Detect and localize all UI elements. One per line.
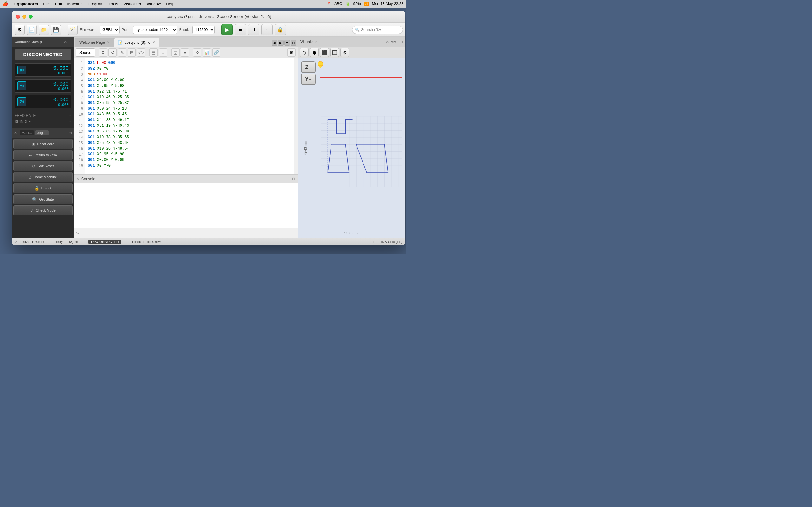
source-btn-2[interactable]: ↺ [108,49,117,57]
controller-panel-title: Controller State (D... [14,40,62,44]
file-menu[interactable]: File [43,2,50,6]
source-btn-3[interactable]: ✎ [118,49,126,57]
home-machine-button[interactable]: ⌂ Home Machine [13,172,72,182]
x-axis-display: X0 0.000 0.000 [14,63,71,77]
source-tab[interactable]: Source [76,49,95,57]
y-minus-button[interactable]: Y− [301,73,316,85]
pause-button[interactable]: ⏸ [248,24,259,36]
source-link-btn[interactable]: 🔗 [212,49,220,57]
source-arrow-btn[interactable]: ↓ [159,49,167,57]
file-tab-icon: 📝 [118,40,123,45]
z-axis-main-value: 0.000 [53,97,68,103]
visualizer-expand-icon[interactable]: ⊟ [400,40,403,44]
close-button[interactable] [16,14,20,19]
wand-btn[interactable]: 🪄 [67,25,78,35]
firmware-select[interactable]: GRBL [100,26,119,34]
visualizer-menu[interactable]: Visualizer [123,2,141,6]
tools-menu[interactable]: Tools [108,2,118,6]
gcode-tab-close-icon[interactable]: ✕ [152,40,155,44]
macros-tab[interactable]: Macr... [20,130,34,135]
x-dimension-label: 44.83 mm [344,231,359,235]
reset-zero-button[interactable]: ⊞ Reset Zero [13,139,72,149]
feed-rate-icon[interactable]: ↕ [69,113,71,118]
apple-logo-icon[interactable]: 🍎 [3,1,8,6]
soft-reset-button[interactable]: ↺ Soft Reset [13,161,72,171]
console-expand-icon[interactable]: ⊟ [292,177,295,181]
save-btn[interactable]: 💾 [51,25,61,35]
baud-select[interactable]: 115200 [192,26,215,34]
search-box[interactable]: 🔍 Search (⌘+I) [352,26,403,34]
source-btn-4[interactable]: ⊞ [128,49,136,57]
folder-btn[interactable]: 📁 [39,25,49,35]
home-machine-icon: ⌂ [29,175,32,180]
machine-menu[interactable]: Machine [67,2,83,6]
macros-close-icon[interactable]: ✕ [14,130,17,135]
source-btn-5[interactable]: ◁▷ [137,49,145,57]
tab-menu-button[interactable]: ▼ [284,40,290,46]
visualizer-close-icon[interactable]: ✕ [386,40,389,44]
status-sep-3 [126,239,127,244]
code-content[interactable]: G21 F500 G90G92 X0 Y0M03 S1000G01 X0.00 … [85,58,294,174]
check-mode-button[interactable]: ✓ Check Mode [13,205,72,216]
window-menu[interactable]: Window [146,2,161,6]
vis-cube-btn-4[interactable]: 🔲 [330,48,339,57]
macros-expand-icon[interactable]: ⊟ [69,130,72,135]
return-to-zero-button[interactable]: ↩ Return to Zero [13,150,72,160]
program-menu[interactable]: Program [88,2,104,6]
source-list-btn[interactable]: ≡ [181,49,189,57]
spindle-icon[interactable]: ↕ [69,119,71,124]
y-axis-label: Y0 [17,81,26,90]
source-select-btn[interactable]: ▤ [149,49,158,57]
traffic-lights [16,14,33,19]
welcome-tab-close-icon[interactable]: ✕ [107,40,110,44]
code-line: G01 X25.48 Y-48.64 [88,140,291,146]
controller-expand-icon[interactable]: ⊟ [68,40,71,44]
edit-menu[interactable]: Edit [55,2,62,6]
code-line: G01 X0.00 Y-0.00 [88,157,291,163]
visualizer-unit: MM [391,40,397,44]
tab-next-button[interactable]: ▶ [278,40,284,46]
console-close-icon[interactable]: ✕ [77,177,79,181]
vis-settings-btn[interactable]: ⚙ [340,48,349,57]
stop-button[interactable]: ■ [235,24,246,36]
source-graph-btn[interactable]: 📊 [203,49,211,57]
console-prompt: > [77,231,79,235]
open-file-btn[interactable]: 📄 [27,25,37,35]
tab-expand-button[interactable]: ⊟ [291,40,296,46]
source-btn-1[interactable]: ⚙ [99,49,107,57]
title-bar: costycnc (8).nc - Universal Gcode Sender… [12,11,405,23]
vis-cube-btn-3[interactable]: ⬛ [320,48,329,57]
controller-close-icon[interactable]: ✕ [64,40,67,44]
console-input[interactable] [80,231,295,235]
maximize-button[interactable] [29,14,33,19]
code-line: G01 X9.95 Y-5.98 [88,152,291,157]
app-name[interactable]: ugsplatform [14,2,38,6]
source-snap-btn[interactable]: ⊹ [193,49,201,57]
search-placeholder: Search (⌘+I) [361,27,384,32]
tab-prev-button[interactable]: ◀ [271,40,277,46]
source-grid-btn[interactable]: ⊞ [287,49,296,57]
macros-jog-header: ✕ Macr... Jog ... ⊟ [12,128,74,137]
unlock-button[interactable]: 🔓 Unlock [13,183,72,193]
help-menu[interactable]: Help [166,2,174,6]
get-state-button[interactable]: 🔍 Get State [13,194,72,205]
home-button[interactable]: ⌂ [261,24,273,36]
spindle-label: SPINDLE [14,119,31,124]
vis-cube-btn-1[interactable]: ⬡ [300,48,309,57]
port-select[interactable]: tty.usbmodem1420 [133,26,177,34]
feed-rate-area: FEED RATE ↕ SPINDLE ↕ [14,112,71,125]
vis-cube-btn-2[interactable]: ⬢ [310,48,319,57]
minimize-button[interactable] [22,14,26,19]
jog-tab[interactable]: Jog ... [35,130,49,135]
gcode-file-tab[interactable]: 📝 costycnc (8).nc ✕ [114,38,159,47]
step-size-status: Step size: 10.0mm [15,240,44,244]
source-vis-btn[interactable]: ◱ [171,49,180,57]
lock-button[interactable]: 🔒 [275,24,286,36]
settings-btn[interactable]: ⚙ [14,25,25,35]
source-sep-3 [169,49,169,56]
play-button[interactable]: ▶ [221,24,233,36]
return-to-zero-icon: ↩ [29,153,33,158]
code-scrollbar[interactable] [294,58,298,174]
z-plus-button[interactable]: Z+ [301,61,316,73]
welcome-page-tab[interactable]: Welcome Page ✕ [75,38,114,47]
